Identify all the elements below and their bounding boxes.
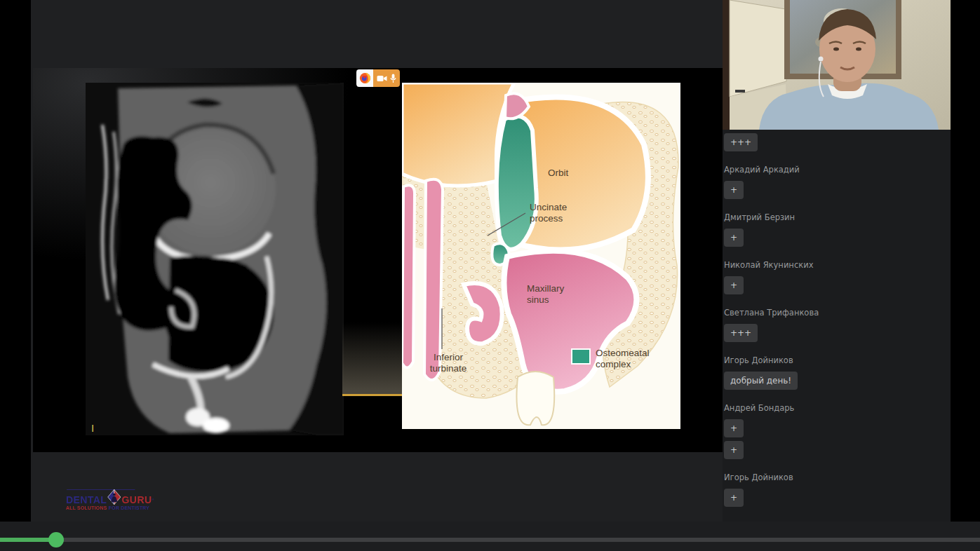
chat-message-bubble: +++ xyxy=(724,324,758,342)
label-osteomeatal-1: Osteomeatal xyxy=(596,348,650,358)
ct-orientation-marker: I xyxy=(91,422,94,434)
chat-sender-name: Дмитрий Берзин xyxy=(724,212,949,222)
label-orbit: Orbit xyxy=(548,168,569,178)
label-maxillary-2: sinus xyxy=(527,294,549,305)
chat-sender-name: Игорь Дойников xyxy=(724,355,949,365)
logo-tagline-right: FOR DENTISTRY xyxy=(107,505,149,510)
chat-sender-name: Аркадий Аркадий xyxy=(724,165,949,175)
chat-message-list[interactable]: +++Аркадий Аркадий+Дмитрий Берзин+Никола… xyxy=(724,133,949,520)
chat-item: Андрей Бондарь++ xyxy=(724,403,949,463)
osteomeatal-legend-swatch xyxy=(572,349,590,364)
camera-icon xyxy=(377,74,387,83)
diagram-ethmoid-green xyxy=(497,116,537,250)
cabinet xyxy=(730,0,790,97)
chat-message-bubble: + xyxy=(724,276,744,294)
seek-bar-progress xyxy=(0,538,56,542)
label-uncinate-2: process xyxy=(530,213,563,224)
sidebar: +++Аркадий Аркадий+Дмитрий Берзин+Никола… xyxy=(723,0,951,522)
chat-message-bubble: +++ xyxy=(724,133,758,151)
ct-scan-image: I xyxy=(86,83,344,435)
chat-item: Николай Якунинских+ xyxy=(724,260,949,298)
shared-slide-video: I xyxy=(33,68,723,452)
webcam-left-edge xyxy=(723,0,730,130)
chat-item: Дмитрий Берзин+ xyxy=(724,212,949,250)
label-inferior-2: turbinate xyxy=(430,363,467,374)
label-uncinate-1: Uncinate xyxy=(530,202,567,212)
chat-message-bubble: + xyxy=(724,229,744,247)
label-maxillary-1: Maxillary xyxy=(527,283,565,294)
chat-sender-name: Николай Якунинских xyxy=(724,260,949,270)
webcam-video-tile[interactable] xyxy=(723,0,951,130)
chat-item: Светлана Трифанкова+++ xyxy=(724,308,949,346)
earphone xyxy=(819,57,824,62)
seek-bar-track[interactable] xyxy=(0,538,980,542)
background-window-sliver xyxy=(342,322,402,396)
chat-message-bubble: + xyxy=(724,489,744,507)
logo-tagline-left: ALL SOLUTIONS xyxy=(66,505,107,510)
diagram-tooth xyxy=(516,372,554,425)
seek-bar-handle[interactable] xyxy=(48,532,64,547)
chat-sender-name: Андрей Бондарь xyxy=(724,403,949,413)
chat-message-bubble: добрый день! xyxy=(724,372,798,390)
chat-item: +++ xyxy=(724,133,949,155)
chat-sender-name: Светлана Трифанкова xyxy=(724,308,949,318)
label-inferior-1: Inferior xyxy=(434,352,464,362)
microphone-icon xyxy=(390,74,396,83)
chat-item: Игорь Дойников+ xyxy=(724,472,949,510)
label-osteomeatal-2: complex xyxy=(596,359,631,369)
logo-word-guru: GURU® xyxy=(122,496,154,505)
chat-item: Аркадий Аркадий+ xyxy=(724,165,949,203)
sinus-diagram: Orbit Uncinate process Maxillary sinus I… xyxy=(402,83,680,429)
firefox-icon xyxy=(356,69,373,87)
video-player-bar xyxy=(0,522,980,551)
chat-message-bubble: + xyxy=(724,441,744,459)
presentation-stage: I xyxy=(31,0,723,522)
dental-guru-logo-small: DENTAL GURU® ALL SOLUTIONS FOR DENTISTRY xyxy=(66,489,136,510)
chat-message-bubble: + xyxy=(724,181,744,199)
logo-word-dental: DENTAL xyxy=(66,496,107,505)
chat-message-bubble: + xyxy=(724,419,744,437)
chat-sender-name: Игорь Дойников xyxy=(724,472,949,482)
browser-permission-indicator xyxy=(356,69,400,87)
chat-item: Игорь Дойниковдобрый день! xyxy=(724,355,949,393)
buddha-diamond-icon xyxy=(107,489,122,506)
